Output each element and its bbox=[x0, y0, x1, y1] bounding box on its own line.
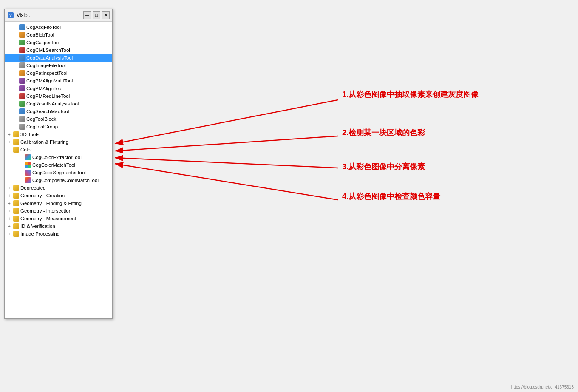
tree-item-geomeasure[interactable]: +Geometry - Measurement bbox=[5, 215, 112, 222]
tree-item-blob[interactable]: CogBlobTool bbox=[5, 31, 112, 39]
item-icon-blob bbox=[19, 32, 25, 38]
expand-icon-colormatch[interactable] bbox=[18, 162, 24, 168]
item-label-searchmax: CogSearchMaxTool bbox=[26, 109, 69, 114]
svg-text:V: V bbox=[9, 14, 12, 17]
item-label-data: CogDataAnalysisTool bbox=[26, 55, 73, 60]
item-label-extractor: CogColorExtractorTool bbox=[32, 155, 82, 160]
tree-item-geofinding[interactable]: +Geometry - Finding & Fitting bbox=[5, 199, 112, 207]
expand-icon-caliper[interactable] bbox=[12, 40, 18, 45]
item-label-cml: CogCMLSearchTool bbox=[26, 48, 70, 53]
svg-line-3 bbox=[115, 100, 338, 144]
tree-item-imagefile[interactable]: CogImageFileTool bbox=[5, 62, 112, 69]
expand-icon-geocreation[interactable]: + bbox=[6, 193, 12, 199]
item-icon-segment bbox=[25, 170, 31, 176]
item-label-colormatch: CogColorMatchTool bbox=[32, 162, 75, 168]
tree-item-imageproc[interactable]: +Image Processing bbox=[5, 230, 112, 238]
item-icon-imageproc bbox=[13, 231, 19, 237]
expand-icon-color[interactable]: − bbox=[6, 147, 12, 153]
tree-item-deprecated[interactable]: +Deprecated bbox=[5, 184, 112, 192]
item-label-pmalign: CogPMAlignTool bbox=[26, 86, 62, 91]
expand-icon-geointersect[interactable]: + bbox=[6, 208, 12, 214]
expand-icon-geofinding[interactable]: + bbox=[6, 200, 12, 206]
item-icon-toolgroup bbox=[19, 124, 25, 130]
item-icon-colormatch bbox=[25, 162, 31, 168]
tree-item-patinspect[interactable]: CogPatInspectTool bbox=[5, 69, 112, 77]
expand-icon-acq[interactable] bbox=[12, 24, 18, 30]
expand-icon-extractor[interactable] bbox=[18, 154, 24, 160]
item-icon-deprecated bbox=[13, 185, 19, 191]
tool-tree[interactable]: CogAcqFifoToolCogBlobToolCogCaliperToolC… bbox=[5, 22, 112, 318]
svg-line-6 bbox=[115, 164, 338, 200]
tree-item-acq[interactable]: CogAcqFifoTool bbox=[5, 23, 112, 31]
tree-item-extractor[interactable]: CogColorExtractorTool bbox=[5, 153, 112, 161]
tree-item-toolblock[interactable]: CogToolBlock bbox=[5, 115, 112, 123]
tree-item-geointersect[interactable]: +Geometry - Intersection bbox=[5, 207, 112, 215]
close-button[interactable]: ✕ bbox=[102, 11, 110, 19]
tree-item-pmalign[interactable]: CogPMAlignTool bbox=[5, 85, 112, 92]
expand-icon-searchmax[interactable] bbox=[12, 108, 18, 114]
expand-icon-toolblock[interactable] bbox=[12, 116, 18, 122]
tree-item-3dtools[interactable]: +3D Tools bbox=[5, 131, 112, 138]
expand-icon-cml[interactable] bbox=[12, 47, 18, 53]
expand-icon-deprecated[interactable]: + bbox=[6, 185, 12, 191]
item-label-3dtools: 3D Tools bbox=[20, 132, 40, 137]
tree-item-color[interactable]: −Color bbox=[5, 146, 112, 153]
item-label-geofinding: Geometry - Finding & Fitting bbox=[20, 201, 82, 206]
expand-icon-imageproc[interactable]: + bbox=[6, 231, 12, 237]
expand-icon-segment[interactable] bbox=[18, 170, 24, 176]
item-icon-geomeasure bbox=[13, 216, 19, 222]
app-window: V Visio... — □ ✕ CogAcqFifoToolCogBlobTo… bbox=[4, 9, 113, 319]
tree-item-composite[interactable]: CogCompositeColorMatchTool bbox=[5, 176, 112, 184]
expand-icon-toolgroup[interactable] bbox=[12, 124, 18, 130]
expand-icon-pmredline[interactable] bbox=[12, 93, 18, 99]
tree-item-idverify[interactable]: +ID & Verification bbox=[5, 222, 112, 230]
tree-item-colormatch[interactable]: CogColorMatchTool bbox=[5, 161, 112, 169]
item-icon-composite bbox=[25, 177, 31, 183]
item-label-imagefile: CogImageFileTool bbox=[26, 63, 66, 68]
restore-button[interactable]: □ bbox=[93, 11, 100, 19]
item-label-geomeasure: Geometry - Measurement bbox=[20, 216, 76, 221]
expand-icon-pmalign[interactable] bbox=[12, 85, 18, 91]
item-icon-extractor bbox=[25, 154, 31, 160]
annotation-ann2: 2.检测某一块区域的色彩 bbox=[342, 128, 425, 138]
expand-icon-calib[interactable]: + bbox=[6, 139, 12, 145]
expand-icon-patinspect[interactable] bbox=[12, 70, 18, 76]
minimize-button[interactable]: — bbox=[83, 11, 91, 19]
item-icon-calib bbox=[13, 139, 19, 145]
item-label-composite: CogCompositeColorMatchTool bbox=[32, 178, 99, 183]
item-icon-3dtools bbox=[13, 131, 19, 137]
item-label-acq: CogAcqFifoTool bbox=[26, 25, 61, 30]
svg-line-4 bbox=[115, 136, 338, 151]
tree-item-data[interactable]: CogDataAnalysisTool bbox=[5, 54, 112, 62]
expand-icon-blob[interactable] bbox=[12, 32, 18, 38]
item-label-pmalignmulti: CogPMAlignMultiTool bbox=[26, 78, 73, 83]
tree-item-results[interactable]: CogResultsAnalysisTool bbox=[5, 100, 112, 108]
item-icon-caliper bbox=[19, 40, 25, 45]
expand-icon-idverify[interactable]: + bbox=[6, 223, 12, 229]
svg-line-5 bbox=[115, 158, 338, 168]
expand-icon-imagefile[interactable] bbox=[12, 62, 18, 68]
item-label-blob: CogBlobTool bbox=[26, 32, 54, 37]
tree-item-pmredline[interactable]: CogPMRedLineTool bbox=[5, 92, 112, 100]
item-icon-pmalign bbox=[19, 85, 25, 91]
expand-icon-results[interactable] bbox=[12, 101, 18, 107]
item-label-idverify: ID & Verification bbox=[20, 224, 55, 229]
annotation-ann4: 4.从彩色图像中检查颜色容量 bbox=[342, 191, 440, 202]
item-label-segment: CogColorSegmenterTool bbox=[32, 170, 86, 175]
expand-icon-3dtools[interactable]: + bbox=[6, 131, 12, 137]
window-controls: — □ ✕ bbox=[83, 11, 110, 19]
tree-item-segment[interactable]: CogColorSegmenterTool bbox=[5, 169, 112, 176]
tree-item-pmalignmulti[interactable]: CogPMAlignMultiTool bbox=[5, 77, 112, 85]
item-icon-searchmax bbox=[19, 108, 25, 114]
tree-item-cml[interactable]: CogCMLSearchTool bbox=[5, 46, 112, 54]
tree-item-searchmax[interactable]: CogSearchMaxTool bbox=[5, 108, 112, 115]
tree-item-calib[interactable]: +Calibration & Fixturing bbox=[5, 138, 112, 146]
expand-icon-pmalignmulti[interactable] bbox=[12, 78, 18, 84]
tree-item-toolgroup[interactable]: CogToolGroup bbox=[5, 123, 112, 131]
expand-icon-geomeasure[interactable]: + bbox=[6, 216, 12, 222]
expand-icon-data[interactable] bbox=[12, 55, 18, 61]
window-title: Visio... bbox=[17, 12, 83, 18]
tree-item-geocreation[interactable]: +Geometry - Creation bbox=[5, 192, 112, 199]
tree-item-caliper[interactable]: CogCaliperTool bbox=[5, 39, 112, 46]
expand-icon-composite[interactable] bbox=[18, 177, 24, 183]
